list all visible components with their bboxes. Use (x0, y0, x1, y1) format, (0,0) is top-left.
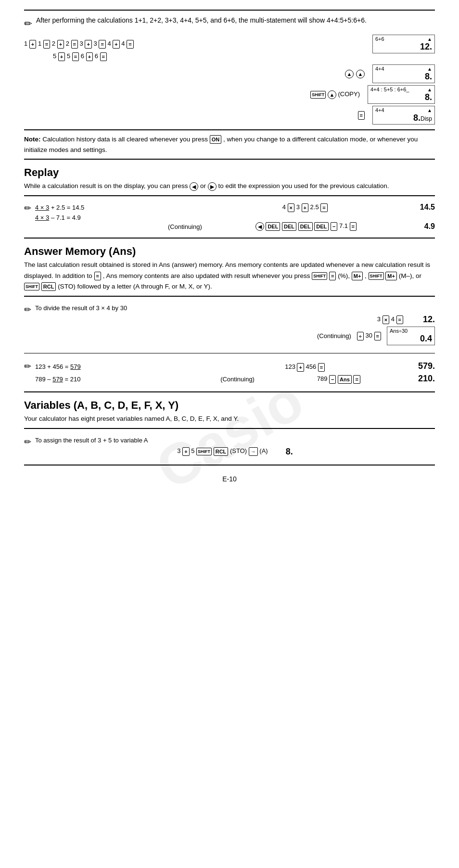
plus-k: + (302, 203, 308, 212)
ans-pencil-2: ✏ (24, 361, 31, 372)
ans-title: Answer Memory (Ans) (24, 245, 435, 258)
shift-mminus1: SHIFT (369, 272, 384, 280)
ans-row-1: 3 × 4 = 12. (35, 314, 435, 325)
up-arrow-1: ▲ (345, 70, 354, 78)
replay-underline-2: 4 × 3 (35, 214, 49, 221)
var-result: 8. (274, 447, 293, 457)
eq-key3: = (99, 40, 105, 49)
ans-divider-2 (24, 353, 435, 353)
ans-keys-2: ÷ 30 = (357, 332, 381, 340)
replay-keys-1: 4 × 3 + 2.5 = (204, 203, 406, 212)
display-4-arrow (427, 107, 432, 113)
eq-key1: = (43, 40, 50, 49)
ans-display-2-top: Ans÷30 (390, 328, 408, 334)
var-keys-row: 3 + 5 SHIFT RCL (STO) → (A) 8. (35, 447, 435, 457)
eq-ans2: = (374, 332, 381, 340)
to-text: to edit the expression you used for the … (218, 182, 389, 189)
del-key4: DEL (314, 222, 329, 231)
plus-key5: + (58, 52, 65, 61)
mplus-key: M+ (352, 272, 363, 280)
replay-keys-3: ◀ DEL DEL DEL DEL − 7.1 = (206, 222, 406, 231)
replay-title: Replay (24, 166, 435, 179)
replay-row-1: 4 × 3 + 2.5 = 14.5 4 × 3 + 2.5 = 14.5 (35, 203, 435, 213)
eq-key2: = (71, 40, 78, 49)
eq-key5: = (72, 52, 79, 61)
plus-key: + (29, 40, 36, 49)
var-divider-2 (24, 465, 435, 465)
eq-key-single: = (24, 111, 372, 119)
replay-result-3: 4.9 (406, 222, 435, 231)
eq-ans2-2: = (353, 375, 360, 384)
eq-k1: = (320, 203, 327, 212)
display-row-1: 6+6 12. (372, 35, 435, 53)
replay-continuing-label: (Continuing) (35, 223, 206, 230)
shift-up-arrow: ▲ (328, 90, 336, 99)
up-arrow-2: ▲ (356, 70, 365, 78)
ans2-underline-2: 579 (52, 376, 63, 383)
replay-row-2: 4 × 3 – 7.1 = 4.9 (35, 214, 435, 221)
ans-continuing-label: (Continuing) (317, 332, 351, 340)
del-key3: DEL (298, 222, 313, 231)
eq-ans1: = (396, 315, 403, 324)
mplus-mminus: M+ (385, 272, 397, 280)
replay-section: Replay While a calculation result is on … (24, 166, 435, 239)
ans-key-btn: Ans (338, 375, 352, 384)
ans-example-2: ✏ 123 + 456 = 579 123 + 456 = 579. (24, 357, 435, 388)
var-title: Variables (A, B, C, D, E, F, X, Y) (24, 399, 435, 412)
plus-key4: + (113, 40, 119, 49)
ans2-keys-2: 789 − Ans = (271, 375, 406, 384)
eq-pct-key: = (329, 272, 336, 280)
eq-ans-key: = (94, 272, 101, 280)
ans-desc-1: To divide the result of 3 × 4 by 30 (35, 304, 435, 312)
page: Casio ✏ After performing the calculation… (0, 0, 459, 868)
left-arrow-icon: ◀ (190, 182, 198, 191)
right-arrow-icon: ▶ (208, 182, 217, 191)
display-4: 4+4 8.Disp (372, 106, 435, 125)
ans-display-2-val: 0.4 (390, 334, 432, 344)
display-3-val: 8. (370, 92, 432, 102)
intro-note-text: After performing the calculations 1+1, 2… (36, 15, 435, 25)
ans-keys-1: 3 × 4 = (377, 315, 403, 324)
display-row-2-wrapper: ▲ ▲ 4+4 8. (24, 64, 435, 83)
ans-example-2-content: 123 + 456 = 579 123 + 456 = 579. 789 – 5… (35, 361, 435, 384)
display-2-val: 8. (375, 72, 432, 82)
var-desc: To assign the result of 3 + 5 to variabl… (35, 437, 435, 444)
ans-example-1: ✏ To divide the result of 3 × 4 by 30 3 … (24, 301, 435, 349)
replay-expr-2-rest: – 7.1 = 4.9 (51, 214, 81, 221)
or-text: or (200, 182, 208, 189)
display-4-top: 4+4 (375, 107, 384, 113)
del-key1: DEL (266, 222, 280, 231)
note-label: Note: (24, 136, 41, 143)
intro-note-block: ✏ After performing the calculations 1+1,… (24, 15, 435, 31)
arrow-var: → (249, 447, 258, 456)
ans-divider-1 (24, 296, 435, 297)
replay-divider-top (24, 195, 435, 196)
shift-pct-key1: SHIFT (312, 272, 327, 280)
replay-expr-1: 4 × 3 + 2.5 = 14.5 (35, 204, 204, 211)
ans-row-2: (Continuing) ÷ 30 = Ans÷30 0.4 (35, 327, 435, 345)
var-intro: Your calculator has eight preset variabl… (24, 414, 435, 424)
display-3-arrow (427, 87, 432, 92)
display-1-arrow (427, 36, 432, 42)
page-number: E-10 (24, 475, 435, 483)
replay-result-1: 14.5 (406, 203, 435, 212)
left-arr: ◀ (255, 222, 264, 231)
ans-pencil-1: ✏ (24, 304, 31, 315)
replay-example-1-content: 4 × 3 + 2.5 = 14.5 4 × 3 + 2.5 = 14.5 (35, 203, 435, 231)
display-2: 4+4 8. (372, 64, 435, 83)
top-rule (24, 10, 435, 11)
equals-key: = (358, 111, 365, 120)
ans2-expr-2: 789 – 579 = 210 (35, 376, 204, 383)
var-keys: 3 + 5 SHIFT RCL (STO) → (A) (177, 447, 268, 456)
replay-divider-bottom (24, 238, 435, 239)
shift-sto1: SHIFT (24, 283, 39, 290)
up-arrows: ▲ ▲ (24, 69, 372, 79)
key-display-area: 1 + 1 = 2 + 2 = 3 + 3 = 4 + 4 = 5 + 5 = … (24, 35, 435, 63)
replay-intro: While a calculation result is on the dis… (24, 181, 435, 191)
ans2-result-1: 579. (406, 361, 435, 371)
displays-column: 6+6 12. (372, 35, 435, 53)
display-2-top: 4+4 (375, 66, 384, 72)
replay-expr-2: 4 × 3 – 7.1 = 4.9 (35, 214, 204, 221)
key-seq-line1: 1 + 1 = 2 + 2 = 3 + 3 = 4 + 4 = (24, 38, 372, 50)
display-1-top: 6+6 (375, 36, 384, 42)
